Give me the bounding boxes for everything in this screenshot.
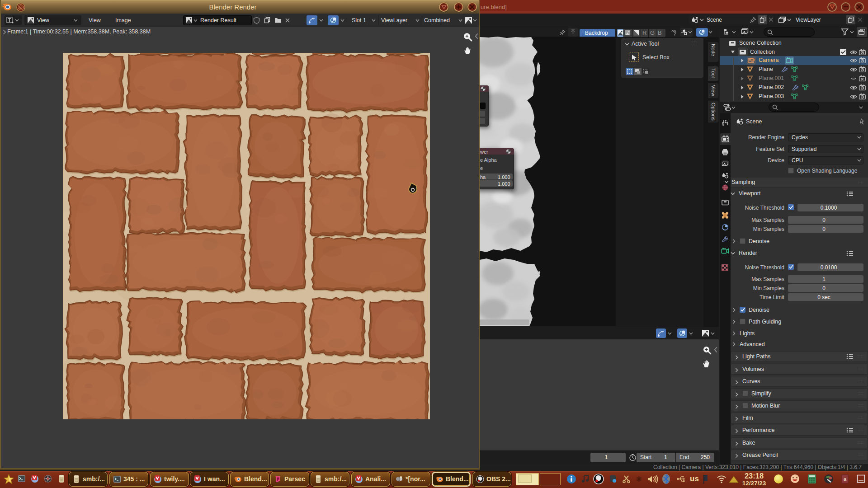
svg-text:a: a <box>844 476 847 482</box>
